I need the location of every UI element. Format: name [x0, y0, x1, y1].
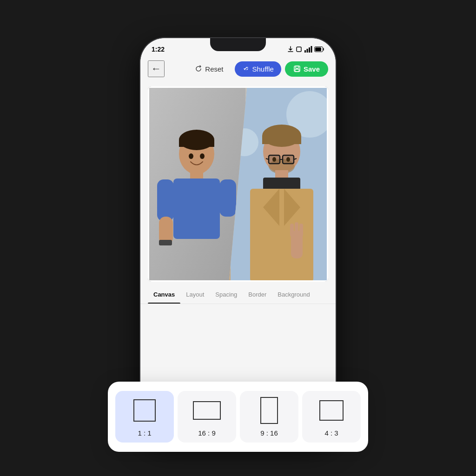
phone-body: 1:22 — [140, 38, 336, 438]
svg-point-22 — [200, 153, 205, 159]
svg-point-47 — [286, 157, 290, 162]
battery-icon — [314, 46, 324, 52]
svg-rect-15 — [179, 140, 214, 147]
svg-rect-6 — [315, 47, 321, 51]
ratio-icon-43 — [319, 400, 344, 421]
svg-rect-40 — [299, 224, 303, 237]
tab-bar: Canvas Layout Spacing Border Background — [140, 285, 336, 304]
svg-rect-17 — [173, 178, 220, 239]
canvas-option-label-4-3: 4 : 3 — [324, 429, 338, 437]
svg-rect-34 — [250, 189, 313, 282]
ratio-icon-portrait — [260, 397, 278, 424]
svg-rect-38 — [290, 224, 294, 237]
phone-screen: 1:22 — [140, 38, 336, 438]
svg-rect-19 — [219, 179, 236, 217]
canvas-option-icon-1-1 — [131, 397, 159, 424]
svg-rect-2 — [307, 49, 308, 53]
reset-icon — [195, 65, 202, 73]
top-bar: ← Reset Shuffle — [140, 57, 336, 83]
person-left-svg — [148, 86, 245, 282]
tab-layout[interactable]: Layout — [180, 285, 210, 304]
status-time: 1:22 — [152, 46, 165, 53]
shuffle-label: Shuffle — [252, 65, 274, 73]
signal-icon — [304, 46, 312, 53]
phone-container: 1:22 — [140, 38, 336, 438]
svg-point-46 — [272, 157, 276, 162]
sim-icon — [296, 46, 302, 53]
canvas-option-icon-9-16 — [255, 397, 283, 424]
reset-button[interactable]: Reset — [187, 61, 231, 77]
canvas-option-icon-4-3 — [317, 397, 345, 424]
canvas-option-1-1[interactable]: 1 : 1 — [115, 391, 174, 443]
canvas-option-9-16[interactable]: 9 : 16 — [240, 391, 298, 443]
svg-point-21 — [189, 153, 193, 159]
save-label: Save — [304, 65, 320, 73]
tab-border[interactable]: Border — [243, 285, 272, 304]
collage-wrapper — [148, 86, 328, 282]
svg-rect-1 — [304, 50, 306, 53]
canvas-option-icon-16-9 — [193, 397, 221, 424]
canvas-option-label-9-16: 9 : 16 — [260, 429, 278, 437]
back-arrow-icon: ← — [151, 63, 161, 75]
ratio-icon-landscape — [193, 401, 221, 420]
canvas-option-16-9[interactable]: 16 : 9 — [178, 391, 236, 443]
save-icon — [293, 65, 301, 73]
tab-background[interactable]: Background — [272, 285, 315, 304]
phone-notch — [210, 38, 266, 51]
canvas-option-4-3[interactable]: 4 : 3 — [302, 391, 361, 443]
reset-label: Reset — [205, 65, 223, 73]
svg-rect-4 — [311, 46, 312, 53]
ratio-icon-square — [133, 399, 156, 422]
svg-rect-7 — [243, 66, 249, 72]
canvas-option-label-1-1: 1 : 1 — [138, 429, 151, 437]
canvas-options-card: 1 : 1 16 : 9 9 : 16 4 : 3 — [108, 382, 368, 452]
person-right-svg — [231, 86, 328, 282]
canvas-option-label-16-9: 16 : 9 — [198, 429, 216, 437]
save-button[interactable]: Save — [285, 61, 328, 77]
back-button[interactable]: ← — [148, 60, 165, 77]
svg-rect-0 — [297, 47, 301, 52]
svg-rect-23 — [159, 240, 172, 245]
tab-spacing[interactable]: Spacing — [210, 285, 243, 304]
svg-rect-39 — [295, 222, 298, 236]
shuffle-button[interactable]: Shuffle — [235, 61, 281, 77]
tab-canvas[interactable]: Canvas — [148, 285, 180, 304]
svg-rect-3 — [309, 47, 310, 53]
status-icons — [287, 46, 324, 53]
shuffle-icon — [242, 65, 250, 73]
svg-rect-18 — [157, 179, 174, 221]
download-icon — [287, 46, 294, 53]
action-buttons: Reset Shuffle — [187, 61, 328, 77]
canvas-area — [148, 86, 328, 282]
svg-rect-30 — [262, 136, 301, 144]
